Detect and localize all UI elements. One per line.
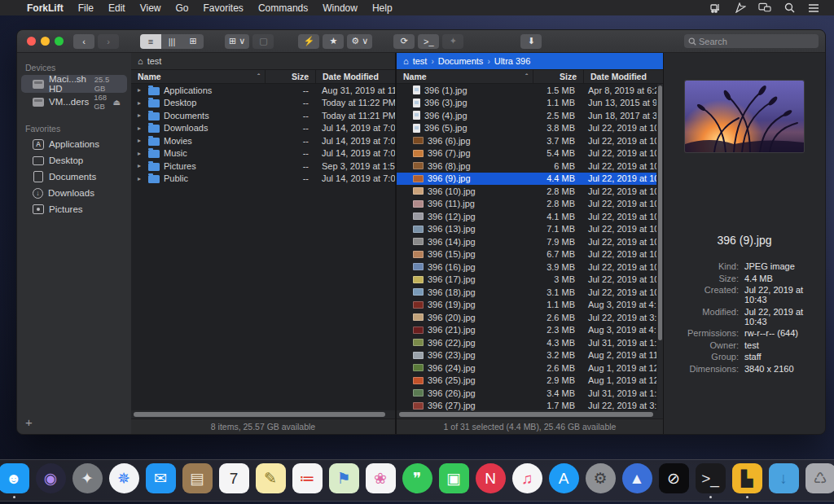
file-row[interactable]: 396 (7).jpg 5.4 MB Jul 22, 2019 at 10:: [397, 147, 656, 160]
close-button[interactable]: [27, 37, 36, 46]
dock-app-icon[interactable]: ◉: [35, 463, 66, 497]
eject-icon[interactable]: ⏏: [113, 98, 121, 107]
forklift-menu-icon[interactable]: [709, 2, 722, 14]
right-name-header[interactable]: Name ˆ: [397, 72, 533, 81]
favorites-button[interactable]: ★: [323, 34, 344, 49]
file-row[interactable]: 396 (9).jpg 4.4 MB Jul 22, 2019 at 10:: [397, 173, 656, 186]
dock-app-icon[interactable]: ✎: [255, 463, 286, 497]
folder-row[interactable]: ▸ Movies -- Jul 14, 2019 at 7:04…: [131, 134, 395, 147]
scrollbar-thumb[interactable]: [399, 412, 653, 417]
file-row[interactable]: 396 (10).jpg 2.8 MB Jul 22, 2019 at 10:: [397, 185, 656, 198]
dock-app-icon[interactable]: >_: [695, 463, 726, 497]
menu-favorites[interactable]: Favorites: [196, 2, 251, 14]
folder-row[interactable]: ▸ Public -- Jul 14, 2019 at 7:04…: [131, 173, 395, 186]
right-vertical-scrollbar[interactable]: [656, 84, 663, 410]
dock-app-icon[interactable]: ♺: [805, 463, 834, 497]
dock-app-icon[interactable]: ▤: [182, 463, 213, 497]
file-row[interactable]: 396 (14).jpg 7.9 MB Jul 22, 2019 at 10:: [397, 235, 656, 248]
preview-toggle-button[interactable]: ▢: [252, 34, 274, 49]
breadcrumb-documents[interactable]: Documents: [438, 56, 484, 66]
scrollbar-thumb[interactable]: [134, 412, 385, 417]
disclosure-triangle-icon[interactable]: ▸: [138, 137, 144, 144]
sidebar-favorite[interactable]: Desktop: [21, 152, 127, 169]
menu-view[interactable]: View: [133, 2, 169, 14]
list-icon[interactable]: [807, 2, 820, 14]
disclosure-triangle-icon[interactable]: ▸: [138, 86, 144, 94]
activity-button[interactable]: ⚡: [298, 34, 319, 49]
file-row[interactable]: 396 (4).jpg 2.5 MB Jun 18, 2017 at 3:2: [397, 109, 656, 122]
sidebar-favorite[interactable]: Pictures: [21, 201, 127, 217]
folder-row[interactable]: ▸ Documents -- Today at 11:21 PM: [131, 109, 395, 122]
menu-forklift[interactable]: ForkLift: [20, 2, 71, 14]
file-row[interactable]: 396 (5).jpg 3.8 MB Jul 22, 2019 at 10:: [397, 122, 656, 135]
disclosure-triangle-icon[interactable]: ▸: [138, 162, 144, 169]
file-row[interactable]: 396 (22).jpg 4.3 MB Jul 31, 2019 at 1:3: [397, 336, 656, 349]
zoom-button[interactable]: [55, 37, 64, 46]
scrollbar-thumb[interactable]: [658, 85, 662, 340]
sidebar-device[interactable]: VM...ders 168 GB ⏏: [21, 93, 127, 111]
left-date-header[interactable]: Date Modified: [315, 70, 395, 83]
menu-commands[interactable]: Commands: [251, 2, 315, 14]
file-row[interactable]: 396 (16).jpg 3.9 MB Jul 22, 2019 at 10:: [397, 261, 656, 274]
menu-help[interactable]: Help: [365, 2, 400, 14]
share-cursor-icon[interactable]: [734, 2, 747, 14]
dock-app-icon[interactable]: N: [475, 463, 506, 497]
search-field[interactable]: Search: [684, 34, 819, 48]
dock-app-icon[interactable]: A: [548, 463, 579, 497]
terminal-button[interactable]: >_: [418, 34, 439, 49]
sidebar-favorite[interactable]: Documents: [21, 169, 127, 185]
dock-app-icon[interactable]: ▣: [438, 463, 469, 497]
breadcrumb-test[interactable]: test: [413, 56, 428, 66]
dock-app-icon[interactable]: ⊘: [658, 463, 689, 497]
file-row[interactable]: 396 (1).jpg 1.5 MB Apr 8, 2019 at 6:20: [397, 84, 656, 97]
dock-app-icon[interactable]: SEP 7: [218, 463, 249, 497]
dock-app-icon[interactable]: ☻: [0, 463, 29, 497]
right-date-header[interactable]: Date Modified: [583, 70, 663, 83]
back-button[interactable]: ‹: [73, 34, 94, 49]
folder-row[interactable]: ▸ Pictures -- Sep 3, 2019 at 1:53…: [131, 160, 395, 173]
minimize-button[interactable]: [41, 37, 50, 46]
icon-view-button[interactable]: ⊞: [182, 34, 204, 49]
forward-button[interactable]: ›: [98, 34, 119, 49]
file-row[interactable]: 396 (25).jpg 2.9 MB Aug 1, 2019 at 12:5: [397, 375, 656, 388]
folder-row[interactable]: ▸ Music -- Jul 14, 2019 at 7:04…: [131, 147, 395, 160]
dock-app-icon[interactable]: ⚑: [328, 463, 359, 497]
transfer-button[interactable]: ✦: [442, 34, 463, 49]
menu-go[interactable]: Go: [169, 2, 196, 14]
sidebar-favorite[interactable]: A Applications: [21, 136, 127, 152]
file-row[interactable]: 396 (18).jpg 3.1 MB Jul 22, 2019 at 10:: [397, 286, 656, 299]
file-row[interactable]: 396 (6).jpg 3.7 MB Jul 22, 2019 at 10:: [397, 134, 656, 147]
dock-app-icon[interactable]: ↓: [768, 463, 799, 497]
file-row[interactable]: 396 (19).jpg 1.1 MB Aug 3, 2019 at 4:33: [397, 299, 656, 312]
file-row[interactable]: 396 (13).jpg 7.1 MB Jul 22, 2019 at 10:: [397, 223, 656, 236]
sidebar-favorite[interactable]: ↓ Downloads: [21, 185, 127, 201]
file-row[interactable]: 396 (23).jpg 3.2 MB Aug 2, 2019 at 11:3: [397, 349, 656, 362]
disclosure-triangle-icon[interactable]: ▸: [138, 175, 144, 182]
dock-app-icon[interactable]: ✉: [145, 463, 176, 497]
file-row[interactable]: 396 (3).jpg 1.1 MB Jun 13, 2015 at 9:1: [397, 97, 656, 110]
breadcrumb-ultra-396[interactable]: Ultra 396: [494, 56, 531, 66]
disclosure-triangle-icon[interactable]: ▸: [138, 150, 144, 157]
folder-row[interactable]: ▸ Downloads -- Jul 14, 2019 at 7:04…: [131, 122, 395, 135]
file-row[interactable]: 396 (8).jpg 6 MB Jul 22, 2019 at 10:: [397, 160, 656, 173]
right-size-header[interactable]: Size: [533, 70, 583, 83]
file-row[interactable]: 396 (20).jpg 2.6 MB Jul 22, 2019 at 3:3: [397, 311, 656, 324]
displays-icon[interactable]: [758, 2, 771, 14]
file-row[interactable]: 396 (26).jpg 3.4 MB Jul 31, 2019 at 1:3: [397, 387, 656, 400]
left-horizontal-scrollbar[interactable]: [131, 410, 395, 419]
search-icon[interactable]: [783, 2, 796, 14]
right-path-bar[interactable]: ⌂ test › Documents › Ultra 396: [397, 53, 663, 69]
dock-app-icon[interactable]: ▲: [621, 463, 652, 497]
folder-row[interactable]: ▸ Applications -- Aug 31, 2019 at 11:0…: [131, 84, 395, 97]
file-row[interactable]: 396 (24).jpg 2.6 MB Aug 1, 2019 at 12:5: [397, 362, 656, 375]
right-horizontal-scrollbar[interactable]: [397, 410, 663, 419]
dock-app-icon[interactable]: ♫: [511, 463, 542, 497]
file-row[interactable]: 396 (15).jpg 6.7 MB Jul 22, 2019 at 10:: [397, 248, 656, 261]
left-path-bar[interactable]: ⌂ test: [131, 53, 395, 69]
menu-window[interactable]: Window: [315, 2, 365, 14]
file-row[interactable]: 396 (12).jpg 4.1 MB Jul 22, 2019 at 10:: [397, 210, 656, 223]
file-row[interactable]: 396 (27).jpg 1.7 MB Jul 22, 2019 at 3:3: [397, 400, 656, 411]
file-row[interactable]: 396 (11).jpg 2.8 MB Jul 22, 2019 at 10:: [397, 198, 656, 211]
dock-app-icon[interactable]: ⚙: [585, 463, 616, 497]
dock-app-icon[interactable]: ≔: [292, 463, 323, 497]
